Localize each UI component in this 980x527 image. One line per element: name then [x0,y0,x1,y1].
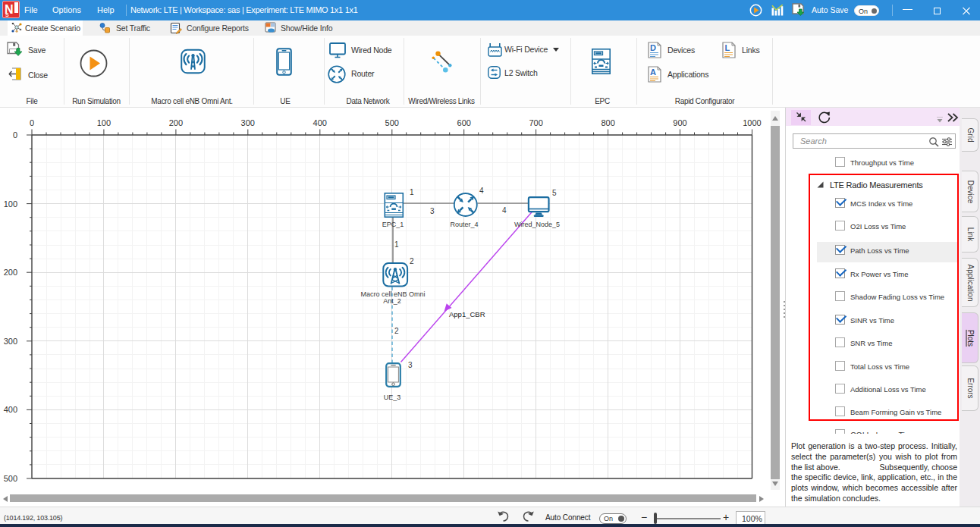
svg-text:500: 500 [385,118,399,127]
svg-text:600: 600 [457,118,471,127]
svg-text:400: 400 [4,405,17,414]
svg-text:100: 100 [97,118,111,127]
svg-text:700: 700 [529,118,542,127]
svg-text:A: A [650,67,656,77]
svg-text:100: 100 [4,199,17,209]
svg-text:300: 300 [4,337,17,346]
svg-text:200: 200 [169,118,183,127]
svg-text:800: 800 [601,118,614,127]
svg-text:900: 900 [673,118,686,127]
svg-text:1000: 1000 [743,118,761,127]
svg-text:500: 500 [4,474,17,483]
svg-text:0: 0 [30,118,34,127]
svg-text:D: D [650,43,656,52]
svg-text:300: 300 [241,118,255,127]
svg-text:L: L [725,43,730,52]
svg-text:200: 200 [4,268,17,277]
svg-text:0: 0 [13,130,17,140]
svg-text:400: 400 [313,118,327,127]
